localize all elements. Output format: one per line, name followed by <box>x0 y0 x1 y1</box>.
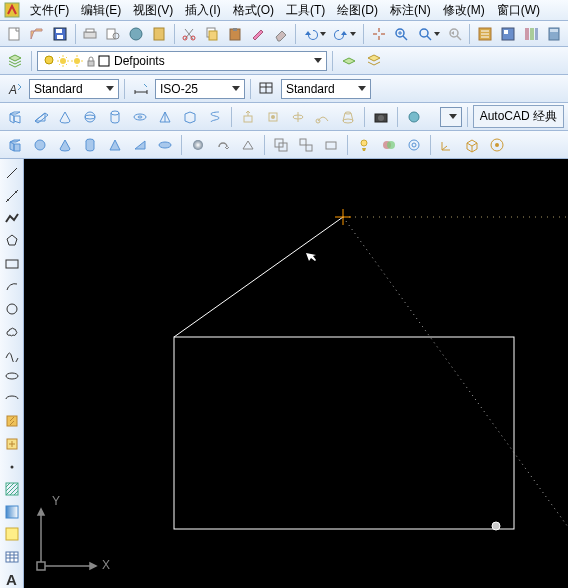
design-center-icon[interactable] <box>497 23 518 45</box>
box-icon[interactable] <box>4 106 26 128</box>
rect3d-icon[interactable] <box>320 134 342 156</box>
properties-icon[interactable] <box>474 23 495 45</box>
cone-icon[interactable] <box>54 106 76 128</box>
tool-palettes-icon[interactable] <box>520 23 541 45</box>
point-icon[interactable] <box>2 458 22 475</box>
arc-icon[interactable] <box>2 278 22 295</box>
polyline-icon[interactable] <box>2 210 22 227</box>
viewcube-icon[interactable] <box>461 134 483 156</box>
copy-icon[interactable] <box>201 23 222 45</box>
sheet-icon[interactable] <box>149 23 170 45</box>
menu-draw[interactable]: 绘图(D) <box>331 0 384 21</box>
sweep-icon[interactable] <box>312 106 334 128</box>
helix-icon[interactable] <box>204 106 226 128</box>
polygon-icon[interactable] <box>2 233 22 250</box>
poly3d-icon[interactable] <box>237 134 259 156</box>
menu-view[interactable]: 视图(V) <box>127 0 179 21</box>
loop-icon[interactable] <box>212 134 234 156</box>
wedge2-icon[interactable] <box>129 134 151 156</box>
cone2-icon[interactable] <box>54 134 76 156</box>
layer-states-icon[interactable] <box>363 50 385 72</box>
rectangle-icon[interactable] <box>2 255 22 272</box>
menu-dimension[interactable]: 标注(N) <box>384 0 437 21</box>
eraser-icon[interactable] <box>270 23 291 45</box>
viewport-combo[interactable] <box>440 107 462 127</box>
line-icon[interactable] <box>2 165 22 182</box>
text-style-combo[interactable]: Standard <box>29 79 119 99</box>
open-icon[interactable] <box>27 23 48 45</box>
layer-combo[interactable]: Defpoints <box>37 51 327 71</box>
block-icon[interactable] <box>2 413 22 430</box>
cylinder-icon[interactable] <box>104 106 126 128</box>
box2-icon[interactable] <box>4 134 26 156</box>
ellipse-arc-icon[interactable] <box>2 391 22 408</box>
sphere-icon[interactable] <box>79 106 101 128</box>
cylinder2-icon[interactable] <box>79 134 101 156</box>
polysolid-icon[interactable] <box>179 106 201 128</box>
menu-tools[interactable]: 工具(T) <box>280 0 331 21</box>
table-draw-icon[interactable] <box>2 549 22 566</box>
menu-edit[interactable]: 编辑(E) <box>75 0 127 21</box>
region-icon[interactable] <box>2 526 22 543</box>
revcloud-icon[interactable] <box>2 323 22 340</box>
svg-point-67 <box>15 191 17 193</box>
ungroup-icon[interactable] <box>295 134 317 156</box>
sphere2-icon[interactable] <box>29 134 51 156</box>
menu-insert[interactable]: 插入(I) <box>179 0 226 21</box>
menu-modify[interactable]: 修改(M) <box>437 0 491 21</box>
new-icon[interactable] <box>4 23 25 45</box>
pyramid-icon[interactable] <box>154 106 176 128</box>
light-icon[interactable] <box>353 134 375 156</box>
zoom-realtime-icon[interactable] <box>391 23 412 45</box>
camera-icon[interactable] <box>370 106 392 128</box>
ellipse-icon[interactable] <box>2 368 22 385</box>
publish-icon[interactable] <box>126 23 147 45</box>
torus2-icon[interactable] <box>154 134 176 156</box>
menu-window[interactable]: 窗口(W) <box>491 0 546 21</box>
cut-icon[interactable] <box>178 23 199 45</box>
pyramid2-icon[interactable] <box>104 134 126 156</box>
gradient-fill-icon[interactable] <box>2 503 22 520</box>
group-icon[interactable] <box>270 134 292 156</box>
drawing-canvas[interactable]: X Y <box>24 159 568 588</box>
mapping-icon[interactable] <box>403 134 425 156</box>
render-icon[interactable] <box>403 106 425 128</box>
revolve-icon[interactable] <box>287 106 309 128</box>
ucs-icon[interactable] <box>436 134 458 156</box>
circle-icon[interactable] <box>2 300 22 317</box>
extrude-icon[interactable] <box>237 106 259 128</box>
loft-icon[interactable] <box>337 106 359 128</box>
save-icon[interactable] <box>50 23 71 45</box>
match-icon[interactable] <box>247 23 268 45</box>
table-style-icon[interactable] <box>256 78 278 100</box>
undo-icon[interactable] <box>300 23 329 45</box>
spline-icon[interactable] <box>2 346 22 363</box>
layer-manager-icon[interactable] <box>4 50 26 72</box>
materials-icon[interactable] <box>378 134 400 156</box>
preview-icon[interactable] <box>103 23 124 45</box>
wedge-icon[interactable] <box>29 106 51 128</box>
pan-icon[interactable] <box>368 23 389 45</box>
paste-icon[interactable] <box>224 23 245 45</box>
calc-icon[interactable] <box>543 23 564 45</box>
zoom-window-icon[interactable] <box>414 23 443 45</box>
text-style-icon[interactable]: A <box>4 78 26 100</box>
workspace-label[interactable]: AutoCAD 经典 <box>473 105 564 128</box>
menu-format[interactable]: 格式(O) <box>227 0 280 21</box>
gradient-sphere-icon[interactable] <box>187 134 209 156</box>
table-style-combo[interactable]: Standard <box>281 79 371 99</box>
zoom-previous-icon[interactable] <box>444 23 465 45</box>
make-block-icon[interactable] <box>2 436 22 453</box>
menu-file[interactable]: 文件(F) <box>24 0 75 21</box>
navwheel-icon[interactable] <box>486 134 508 156</box>
plot-icon[interactable] <box>80 23 101 45</box>
layer-previous-icon[interactable] <box>338 50 360 72</box>
text-draw-icon[interactable]: A <box>2 571 22 588</box>
hatch-icon[interactable] <box>2 481 22 498</box>
dim-style-icon[interactable] <box>130 78 152 100</box>
torus-icon[interactable] <box>129 106 151 128</box>
presspull-icon[interactable] <box>262 106 284 128</box>
redo-icon[interactable] <box>331 23 360 45</box>
construction-line-icon[interactable] <box>2 188 22 205</box>
dim-style-combo[interactable]: ISO-25 <box>155 79 245 99</box>
